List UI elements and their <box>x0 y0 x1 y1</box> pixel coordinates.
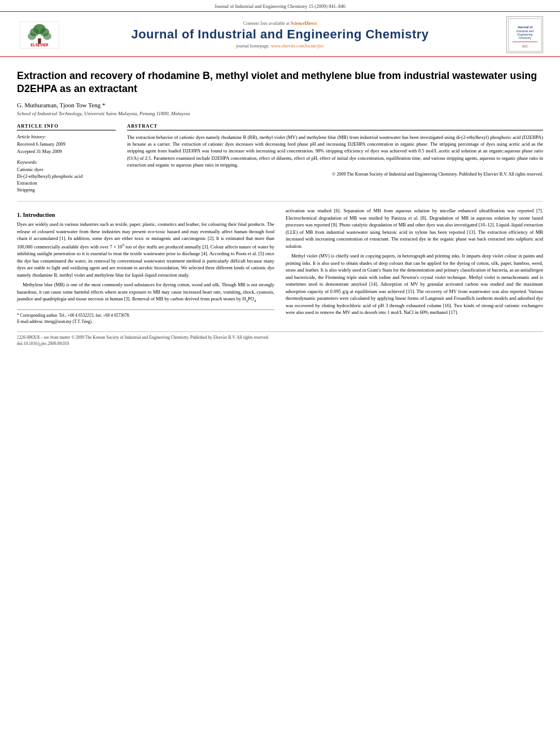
footnote-section: * Corresponding author. Tel.: +60 4 6532… <box>17 309 274 325</box>
main-content: Extraction and recovery of rhodamine B, … <box>0 57 560 359</box>
body-two-col: 1. Introduction Dyes are widely used in … <box>17 207 543 325</box>
journal-title: Journal of Industrial and Engineering Ch… <box>68 27 492 42</box>
keyword-3: Extraction <box>17 180 116 187</box>
article-info-heading: ARTICLE INFO <box>17 123 116 130</box>
abstract-heading: ABSTRACT <box>127 123 543 130</box>
abstract-column: ABSTRACT The extraction behavior of cati… <box>127 123 543 194</box>
svg-text:Journal of: Journal of <box>517 25 532 29</box>
journal-top-bar: Journal of Industrial and Engineering Ch… <box>0 0 560 11</box>
article-info-column: ARTICLE INFO Article history: Received 6… <box>17 123 116 194</box>
svg-text:Chemistry: Chemistry <box>518 36 531 40</box>
body-left-column: 1. Introduction Dyes are widely used in … <box>17 207 274 325</box>
page: Journal of Industrial and Engineering Ch… <box>0 0 560 747</box>
journal-citation: Journal of Industrial and Engineering Ch… <box>215 3 345 9</box>
journal-logo-icon: Journal of Industrial and Engineering Ch… <box>506 16 543 53</box>
corresponding-author-note: * Corresponding author. Tel.: +60 4 6532… <box>17 313 274 319</box>
elsevier-icon: ELSEVIER <box>17 21 62 49</box>
corresponding-author-text: * Corresponding author. Tel.: +60 4 6532… <box>17 313 130 318</box>
body-text-left: Dyes are widely used in various industri… <box>17 221 274 304</box>
abstract-text: The extraction behavior of cationic dyes… <box>127 134 543 169</box>
keyword-4: Stripping <box>17 187 116 194</box>
keywords-label: Keywords: <box>17 159 116 165</box>
body-right-column: activation was studied [6]. Separation o… <box>286 207 543 325</box>
keyword-1: Cationic dyes <box>17 167 116 173</box>
affiliation: School of Industrial Technology, Univers… <box>17 111 543 116</box>
keywords-section: Keywords: Cationic dyes Di-(2-ethylhexyl… <box>17 159 116 194</box>
email-text: E-mail address: ttteng@usm.my (T.T. Teng… <box>17 319 93 324</box>
body-para-4: Methyl violet (MV) is chiefly used in co… <box>286 252 543 316</box>
body-para-1: Dyes are widely used in various industri… <box>17 221 274 278</box>
homepage-prefix: journal homepage: <box>236 43 271 49</box>
keyword-2: Di-(2-ethylhexyl) phosphoric acid <box>17 173 116 180</box>
sciencedirect-prefix: Contents lists available at <box>243 21 291 26</box>
copyright-text: © 2009 The Korean Society of Industrial … <box>127 171 543 177</box>
header-right-logo: Journal of Industrial and Engineering Ch… <box>492 16 543 53</box>
article-history-label: Article history: <box>17 134 116 139</box>
intro-heading: 1. Introduction <box>17 212 274 218</box>
accepted-date: Accepted 31 May 2009 <box>17 148 116 155</box>
homepage-link: www.elsevier.com/locate/jiec <box>271 43 324 49</box>
doi-text: doi:10.1016/j.jiec.2009.09.010 <box>17 340 543 347</box>
svg-point-5 <box>43 32 51 40</box>
authors: G. Muthuraman, Tjoon Tow Teng * <box>17 102 543 108</box>
body-para-3: activation was studied [6]. Separation o… <box>286 207 543 250</box>
svg-point-4 <box>28 32 36 40</box>
email-note: E-mail address: ttteng@usm.my (T.T. Teng… <box>17 319 274 325</box>
header-section: ELSEVIER Contents lists available at Sci… <box>0 11 560 57</box>
elsevier-logo-left: ELSEVIER <box>17 21 68 49</box>
article-info-abstract-section: ARTICLE INFO Article history: Received 6… <box>17 123 543 194</box>
bottom-bar: 1226-086X/$ – see front matter © 2009 Th… <box>17 331 543 347</box>
header-center: Contents lists available at ScienceDirec… <box>68 21 492 49</box>
article-title: Extraction and recovery of rhodamine B, … <box>17 69 543 96</box>
journal-homepage: journal homepage: www.elsevier.com/locat… <box>68 43 492 49</box>
sciencedirect-link: ScienceDirect <box>291 21 317 26</box>
received-date: Received 6 January 2009 <box>17 141 116 147</box>
issn-text: 1226-086X/$ – see front matter © 2009 Th… <box>17 334 543 340</box>
svg-text:JIEC: JIEC <box>522 45 528 48</box>
sciencedirect-line: Contents lists available at ScienceDirec… <box>68 21 492 26</box>
svg-text:ELSEVIER: ELSEVIER <box>30 43 49 47</box>
body-text-right: activation was studied [6]. Separation o… <box>286 207 543 316</box>
section-divider <box>17 201 543 202</box>
author-names: G. Muthuraman, Tjoon Tow Teng * <box>17 102 105 108</box>
body-para-2: Methylene blue (MB) is one of the most c… <box>17 281 274 304</box>
affiliation-text: School of Industrial Technology, Univers… <box>17 111 190 116</box>
